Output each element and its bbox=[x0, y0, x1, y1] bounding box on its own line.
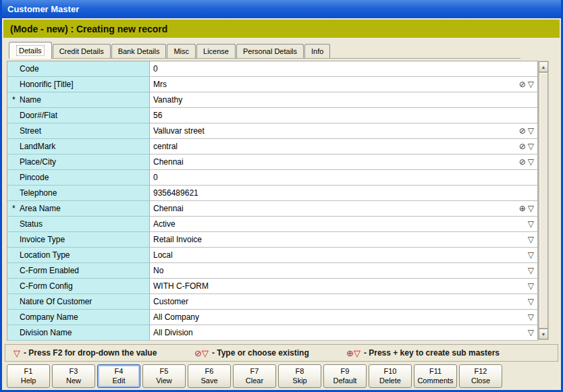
field-label-text: Location Type bbox=[20, 250, 70, 260]
field-label-place-city: Place/City bbox=[7, 155, 150, 170]
dropdown-icon[interactable]: ▽ bbox=[528, 235, 534, 244]
tab-misc[interactable]: Misc bbox=[167, 44, 196, 58]
field-input-telephone[interactable]: 9356489621 bbox=[150, 186, 538, 201]
legend-text: - Press F2 for drop-down the value bbox=[24, 348, 157, 358]
f9-default-button[interactable]: F9 Default bbox=[323, 364, 367, 388]
field-label-text: Telephone bbox=[20, 188, 57, 198]
field-input-place-city[interactable]: Chennai ⊘▽ bbox=[150, 155, 538, 170]
field-input-location-type[interactable]: Local ▽ bbox=[150, 248, 538, 263]
f4-edit-button[interactable]: F4 Edit bbox=[97, 364, 140, 388]
legend-symbol: ⊘▽ bbox=[194, 349, 209, 358]
field-icons: ▽ bbox=[528, 313, 534, 321]
field-label-text: Place/City bbox=[20, 157, 56, 167]
f7-clear-button[interactable]: F7 Clear bbox=[233, 364, 276, 388]
field-value-text: No bbox=[153, 266, 528, 275]
function-button-label: View bbox=[156, 376, 172, 386]
tab-credit-details[interactable]: Credit Details bbox=[53, 44, 111, 58]
field-label-code: Code bbox=[7, 61, 150, 77]
dropdown-icon[interactable]: ▽ bbox=[528, 142, 534, 150]
field-input-street[interactable]: Valluvar street ⊘▽ bbox=[150, 123, 538, 139]
form-row: C-Form Enabled No ▽ bbox=[7, 263, 538, 279]
f10-delete-button[interactable]: F10 Delete bbox=[369, 364, 412, 388]
dropdown-icon[interactable]: ▽ bbox=[528, 127, 534, 135]
form-row: Nature Of Customer Customer ▽ bbox=[7, 294, 538, 310]
dropdown-icon[interactable]: ▽ bbox=[528, 282, 534, 290]
field-input-status[interactable]: Active ▽ bbox=[150, 217, 538, 232]
dropdown-icon[interactable]: ▽ bbox=[528, 204, 534, 213]
field-icons: ⊘▽ bbox=[519, 158, 534, 166]
dropdown-icon[interactable]: ▽ bbox=[528, 298, 534, 306]
field-input-door-flat[interactable]: 56 bbox=[150, 108, 538, 123]
field-input-name[interactable]: Vanathy bbox=[150, 92, 538, 108]
field-label-text: Nature Of Customer bbox=[20, 297, 92, 306]
field-icons: ⊘▽ bbox=[519, 142, 534, 150]
field-label-text: Code bbox=[20, 64, 39, 74]
function-button-label: New bbox=[66, 376, 81, 386]
f6-save-button[interactable]: F6 Save bbox=[188, 364, 231, 388]
tab-bank-details[interactable]: Bank Details bbox=[111, 44, 167, 58]
f5-view-button[interactable]: F5 View bbox=[142, 364, 186, 388]
function-button-label: Help bbox=[21, 376, 36, 386]
f3-new-button[interactable]: F3 New bbox=[52, 364, 95, 388]
function-key-label: F10 bbox=[384, 367, 397, 376]
mode-banner: (Mode - new) : Creating new record bbox=[3, 20, 560, 38]
field-label-c-form-config: C-Form Config bbox=[7, 279, 150, 294]
dropdown-icon[interactable]: ▽ bbox=[528, 313, 534, 321]
function-key-label: F6 bbox=[205, 367, 214, 376]
field-value-text: WITH C-FORM bbox=[153, 281, 528, 291]
form-row: Status Active ▽ bbox=[7, 217, 538, 232]
tab-label: Misc bbox=[173, 47, 189, 55]
dropdown-icon[interactable]: ▽ bbox=[528, 251, 534, 259]
field-input-area-name[interactable]: Chennai ⊕▽ bbox=[150, 201, 538, 217]
f11-comments-button[interactable]: F11 Comments bbox=[414, 364, 457, 388]
field-input-c-form-config[interactable]: WITH C-FORM ▽ bbox=[150, 279, 538, 294]
field-label-door-flat: Door#/Flat bbox=[7, 108, 150, 123]
f12-close-button[interactable]: F12 Close bbox=[459, 364, 502, 388]
field-input-nature-of-customer[interactable]: Customer ▽ bbox=[150, 294, 538, 310]
vertical-scrollbar[interactable]: ▲ ▼ bbox=[538, 61, 549, 340]
field-label-text: C-Form Config bbox=[20, 281, 73, 291]
field-input-invoice-type[interactable]: Retail Invoice ▽ bbox=[150, 232, 538, 248]
function-button-label: Clear bbox=[246, 376, 263, 386]
field-value-text: 0 bbox=[153, 173, 534, 182]
f8-skip-button[interactable]: F8 Skip bbox=[278, 364, 321, 388]
dropdown-icon[interactable]: ▽ bbox=[528, 329, 534, 337]
scrollbar-thumb[interactable] bbox=[539, 72, 548, 329]
field-icons: ▽ bbox=[528, 267, 534, 275]
field-label-text: Street bbox=[20, 126, 41, 136]
dropdown-icon[interactable]: ▽ bbox=[528, 267, 534, 275]
field-input-honorific-title[interactable]: Mrs ⊘▽ bbox=[150, 77, 538, 92]
dropdown-icon[interactable]: ▽ bbox=[528, 220, 534, 228]
field-input-c-form-enabled[interactable]: No ▽ bbox=[150, 263, 538, 279]
field-icons: ▽ bbox=[528, 220, 534, 228]
tab-license[interactable]: License bbox=[196, 44, 236, 58]
dropdown-icon[interactable]: ▽ bbox=[528, 80, 534, 88]
tab-info[interactable]: Info bbox=[304, 44, 330, 58]
field-input-code[interactable]: 0 bbox=[150, 61, 538, 77]
field-input-company-name[interactable]: All Company ▽ bbox=[150, 310, 538, 325]
field-label-text: Honorific [Title] bbox=[20, 80, 74, 89]
field-label-text: Pincode bbox=[20, 173, 49, 182]
field-input-division-name[interactable]: All Division ▽ bbox=[150, 325, 538, 341]
scroll-down-button[interactable]: ▼ bbox=[539, 329, 548, 339]
form-row: Invoice Type Retail Invoice ▽ bbox=[7, 232, 538, 248]
scroll-up-button[interactable]: ▲ bbox=[539, 61, 548, 72]
tab-personal-details[interactable]: Personal Details bbox=[236, 44, 304, 58]
no-entry-icon: ⊘ bbox=[519, 127, 526, 135]
tab-label: License bbox=[203, 47, 229, 55]
field-label-status: Status bbox=[7, 217, 150, 232]
dropdown-icon[interactable]: ▽ bbox=[528, 158, 534, 166]
field-value-text: Active bbox=[153, 219, 528, 229]
field-value-text: Customer bbox=[153, 297, 528, 306]
field-input-landmark[interactable]: central ⊘▽ bbox=[150, 139, 538, 155]
tab-label: Info bbox=[311, 47, 323, 55]
field-input-pincode[interactable]: 0 bbox=[150, 170, 538, 186]
tab-details[interactable]: Details bbox=[9, 42, 52, 59]
form-row: *Name Vanathy bbox=[7, 92, 538, 108]
legend-text: - Press + key to create sub masters bbox=[364, 348, 500, 358]
field-value-text: 56 bbox=[153, 111, 534, 120]
form-area: Code 0 Honorific [Title] Mrs ⊘▽ *Name Va… bbox=[7, 61, 538, 341]
field-label-text: Status bbox=[20, 219, 43, 229]
tab-bar: Details Credit Details Bank Details Misc… bbox=[9, 41, 520, 59]
f1-help-button[interactable]: F1 Help bbox=[7, 364, 50, 388]
